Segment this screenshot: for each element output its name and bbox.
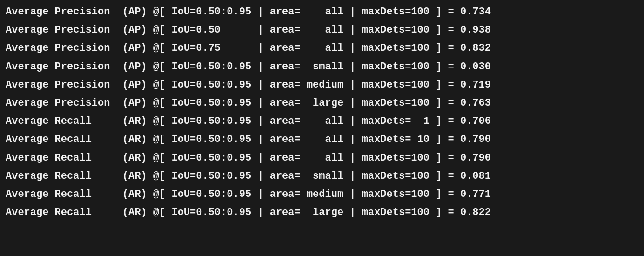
metric-row: Average Recall (AR) @[ IoU=0.50:0.95 | a… bbox=[6, 203, 638, 222]
metric-text-ar-iou-50-95-all-1: Average Recall (AR) @[ IoU=0.50:0.95 | a… bbox=[6, 113, 491, 129]
metric-text-ap-iou-75-all: Average Precision (AP) @[ IoU=0.75 | are… bbox=[6, 40, 491, 56]
metric-row: Average Precision (AP) @[ IoU=0.75 | are… bbox=[6, 39, 638, 57]
metric-text-ap-iou-50-95-all: Average Precision (AP) @[ IoU=0.50:0.95 … bbox=[6, 4, 491, 20]
metrics-container: Average Precision (AP) @[ IoU=0.50:0.95 … bbox=[6, 3, 638, 222]
metric-row: Average Precision (AP) @[ IoU=0.50:0.95 … bbox=[6, 94, 638, 112]
metric-text-ap-iou-50-95-small: Average Precision (AP) @[ IoU=0.50:0.95 … bbox=[6, 59, 491, 75]
metric-text-ar-iou-50-95-medium: Average Recall (AR) @[ IoU=0.50:0.95 | a… bbox=[6, 186, 491, 202]
metric-text-ar-iou-50-95-large: Average Recall (AR) @[ IoU=0.50:0.95 | a… bbox=[6, 204, 491, 221]
metric-row: Average Precision (AP) @[ IoU=0.50:0.95 … bbox=[6, 3, 638, 21]
metric-text-ar-iou-50-95-all-100: Average Recall (AR) @[ IoU=0.50:0.95 | a… bbox=[6, 150, 491, 166]
metric-row: Average Precision (AP) @[ IoU=0.50:0.95 … bbox=[6, 76, 638, 94]
metric-text-ar-iou-50-95-small: Average Recall (AR) @[ IoU=0.50:0.95 | a… bbox=[6, 168, 491, 184]
metric-row: Average Precision (AP) @[ IoU=0.50:0.95 … bbox=[6, 58, 638, 76]
metric-text-ap-iou-50-all: Average Precision (AP) @[ IoU=0.50 | are… bbox=[6, 22, 491, 38]
metric-row: Average Precision (AP) @[ IoU=0.50 | are… bbox=[6, 21, 638, 39]
metric-text-ap-iou-50-95-medium: Average Precision (AP) @[ IoU=0.50:0.95 … bbox=[6, 77, 491, 93]
metric-text-ar-iou-50-95-all-10: Average Recall (AR) @[ IoU=0.50:0.95 | a… bbox=[6, 131, 491, 148]
metric-row: Average Recall (AR) @[ IoU=0.50:0.95 | a… bbox=[6, 185, 638, 203]
metric-row: Average Recall (AR) @[ IoU=0.50:0.95 | a… bbox=[6, 167, 638, 185]
metric-row: Average Recall (AR) @[ IoU=0.50:0.95 | a… bbox=[6, 149, 638, 167]
metric-text-ap-iou-50-95-large: Average Precision (AP) @[ IoU=0.50:0.95 … bbox=[6, 95, 491, 111]
metric-row: Average Recall (AR) @[ IoU=0.50:0.95 | a… bbox=[6, 130, 638, 148]
metric-row: Average Recall (AR) @[ IoU=0.50:0.95 | a… bbox=[6, 112, 638, 130]
